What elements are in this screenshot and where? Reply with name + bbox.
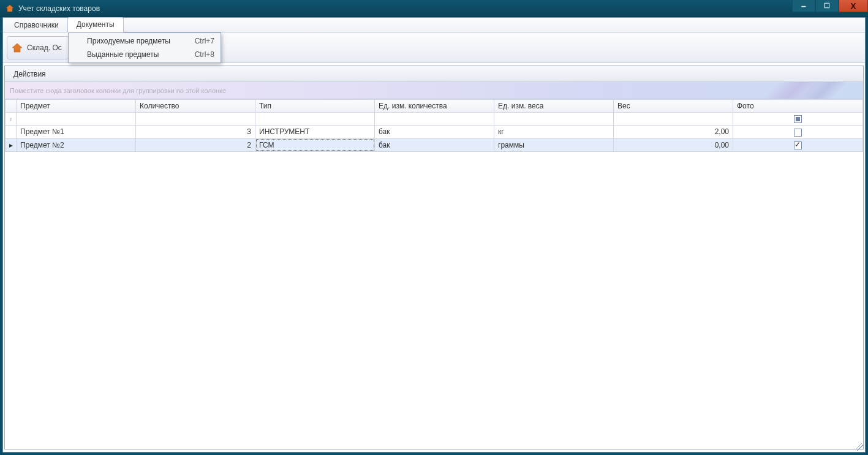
cell-foto[interactable] — [733, 138, 863, 151]
data-grid: Предмет Количество Тип Ед. изм. количест… — [5, 99, 863, 152]
home-icon — [11, 42, 23, 54]
checkbox-icon[interactable] — [794, 129, 802, 137]
menu-tab-dokumenty[interactable]: Документы — [67, 17, 124, 32]
checkbox-icon[interactable] — [794, 141, 802, 149]
cell-ed-kol[interactable]: бак — [375, 126, 494, 138]
row-indicator: ▸ — [6, 138, 17, 151]
app-frame: Справочники Документы Приходуемые предме… — [2, 17, 866, 453]
cell-ves[interactable]: 0,00 — [614, 138, 733, 151]
filter-cell[interactable] — [136, 113, 255, 126]
grid-area[interactable]: Предмет Количество Тип Ед. изм. количест… — [5, 99, 863, 449]
cell-tip[interactable]: ИНСТРУМЕНТ — [255, 126, 375, 138]
resize-grip-icon[interactable] — [856, 443, 864, 451]
maximize-button[interactable]: ☐ — [815, 0, 839, 12]
menu-tab-spravochniki[interactable]: Справочники — [6, 18, 67, 32]
group-by-panel[interactable]: Поместите сюда заголовок колонки для гру… — [5, 82, 863, 99]
filter-cell[interactable] — [255, 113, 375, 126]
indicator-header — [6, 100, 17, 113]
menu-item-shortcut: Ctrl+7 — [183, 37, 214, 45]
cell-ed-ves[interactable]: кг — [494, 126, 614, 138]
actions-bar[interactable]: Действия — [5, 66, 863, 82]
cell-ed-kol[interactable]: бак — [375, 138, 494, 151]
grid-subwindow: Действия Поместите сюда заголовок колонк… — [4, 66, 864, 449]
minimize-button[interactable]: – — [792, 0, 815, 12]
svg-marker-1 — [12, 43, 22, 52]
header-row: Предмет Количество Тип Ед. изм. количест… — [6, 100, 863, 113]
titlebar: Учет складских товаров – ☐ X — [0, 0, 868, 17]
filter-icon[interactable]: ♀ — [6, 113, 17, 126]
cell-tip[interactable]: ГСМ — [255, 138, 375, 151]
filter-cell[interactable] — [494, 113, 614, 126]
menu-item-shortcut: Ctrl+8 — [183, 50, 214, 59]
actions-label: Действия — [13, 70, 46, 78]
svg-marker-0 — [6, 5, 13, 12]
close-button[interactable]: X — [839, 0, 868, 12]
ribbon-button-sklad[interactable]: Склад. Ос — [7, 36, 69, 59]
cell-ves[interactable]: 2,00 — [614, 126, 733, 138]
col-header-tip[interactable]: Тип — [255, 100, 375, 113]
menu-item-issued[interactable]: Выданные предметы Ctrl+8 — [70, 48, 219, 61]
cell-predmet[interactable]: Предмет №1 — [17, 126, 136, 138]
menu-item-label: Выданные предметы — [87, 50, 159, 59]
window-title: Учет складских товаров — [18, 4, 100, 13]
menu-dropdown: Приходуемые предметы Ctrl+7 Выданные пре… — [68, 32, 221, 63]
cell-kolichestvo[interactable]: 3 — [136, 126, 255, 138]
menu-item-label: Приходуемые предметы — [87, 37, 170, 45]
ribbon-button-label: Склад. Ос — [27, 43, 62, 52]
row-indicator — [6, 126, 17, 138]
filter-row: ♀ — [6, 113, 863, 126]
cell-foto[interactable] — [733, 126, 863, 138]
filter-cell-foto[interactable] — [733, 113, 863, 126]
col-header-ed-kol[interactable]: Ед. изм. количества — [375, 100, 494, 113]
group-hint: Поместите сюда заголовок колонки для гру… — [10, 87, 226, 94]
filter-cell[interactable] — [17, 113, 136, 126]
col-header-foto[interactable]: Фото — [733, 100, 863, 113]
col-header-predmet[interactable]: Предмет — [17, 100, 136, 113]
filter-cell[interactable] — [375, 113, 494, 126]
cell-predmet[interactable]: Предмет №2 — [17, 138, 136, 151]
cell-ed-ves[interactable]: граммы — [494, 138, 614, 151]
app-icon — [5, 4, 15, 13]
menubar: Справочники Документы Приходуемые предме… — [3, 18, 865, 32]
col-header-ves[interactable]: Вес — [614, 100, 733, 113]
filter-cell[interactable] — [614, 113, 733, 126]
checkbox-icon[interactable] — [794, 115, 802, 123]
table-row[interactable]: Предмет №1 3 ИНСТРУМЕНТ бак кг 2,00 — [6, 126, 863, 138]
col-header-ed-ves[interactable]: Ед. изм. веса — [494, 100, 614, 113]
cell-kolichestvo[interactable]: 2 — [136, 138, 255, 151]
menu-item-incoming[interactable]: Приходуемые предметы Ctrl+7 — [70, 34, 219, 48]
col-header-kolichestvo[interactable]: Количество — [136, 100, 255, 113]
table-row[interactable]: ▸ Предмет №2 2 ГСМ бак граммы 0,00 — [6, 138, 863, 151]
